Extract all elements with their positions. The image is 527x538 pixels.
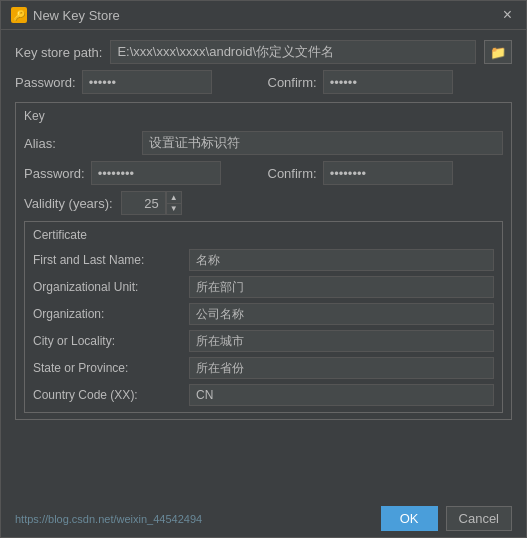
password-label: Password: (15, 75, 76, 90)
main-content: Key store path: 📁 Password: Confirm: Key… (1, 30, 526, 500)
key-password-input[interactable] (91, 161, 221, 185)
new-keystore-dialog: 🔑 New Key Store × Key store path: 📁 Pass… (0, 0, 527, 538)
country-row: Country Code (XX): (33, 384, 494, 406)
org-unit-label: Organizational Unit: (33, 280, 181, 294)
password-input[interactable] (82, 70, 212, 94)
certificate-section: Certificate First and Last Name: Organiz… (24, 221, 503, 413)
alias-input[interactable] (142, 131, 503, 155)
key-confirm-input[interactable] (323, 161, 453, 185)
first-last-input[interactable] (189, 249, 494, 271)
certificate-label: Certificate (33, 228, 494, 242)
alias-label: Alias: (24, 136, 134, 151)
button-group: OK Cancel (381, 506, 512, 531)
spin-down-button[interactable]: ▼ (166, 203, 182, 215)
window-title: New Key Store (33, 8, 120, 23)
keystore-path-input[interactable] (110, 40, 476, 64)
first-last-label: First and Last Name: (33, 253, 181, 267)
cancel-button[interactable]: Cancel (446, 506, 512, 531)
org-label: Organization: (33, 307, 181, 321)
key-confirm-half: Confirm: (268, 161, 504, 185)
password-half: Password: (15, 70, 260, 94)
validity-row: Validity (years): ▲ ▼ (24, 191, 503, 215)
folder-icon: 📁 (490, 45, 506, 60)
org-input[interactable] (189, 303, 494, 325)
browse-button[interactable]: 📁 (484, 40, 512, 64)
bottom-bar: https://blog.csdn.net/weixin_44542494 OK… (1, 500, 526, 537)
org-unit-input[interactable] (189, 276, 494, 298)
city-input[interactable] (189, 330, 494, 352)
org-row: Organization: (33, 303, 494, 325)
key-section-label: Key (24, 109, 503, 123)
title-bar: 🔑 New Key Store × (1, 1, 526, 30)
country-input[interactable] (189, 384, 494, 406)
close-button[interactable]: × (499, 7, 516, 23)
confirm-input[interactable] (323, 70, 453, 94)
ok-button[interactable]: OK (381, 506, 438, 531)
state-row: State or Province: (33, 357, 494, 379)
city-label: City or Locality: (33, 334, 181, 348)
key-confirm-label: Confirm: (268, 166, 317, 181)
validity-input[interactable] (121, 191, 166, 215)
footer-url: https://blog.csdn.net/weixin_44542494 (15, 513, 202, 525)
key-section: Key Alias: Password: Confirm: Validity (15, 102, 512, 420)
keystore-path-label: Key store path: (15, 45, 102, 60)
spin-up-button[interactable]: ▲ (166, 191, 182, 203)
confirm-half: Confirm: (268, 70, 513, 94)
keystore-path-row: Key store path: 📁 (15, 40, 512, 64)
state-input[interactable] (189, 357, 494, 379)
spinner-buttons: ▲ ▼ (166, 191, 182, 215)
validity-spinner: ▲ ▼ (121, 191, 182, 215)
key-password-half: Password: (24, 161, 260, 185)
org-unit-row: Organizational Unit: (33, 276, 494, 298)
top-password-section: Password: Confirm: (15, 70, 512, 94)
validity-label: Validity (years): (24, 196, 113, 211)
first-last-row: First and Last Name: (33, 249, 494, 271)
state-label: State or Province: (33, 361, 181, 375)
country-label: Country Code (XX): (33, 388, 181, 402)
confirm-label: Confirm: (268, 75, 317, 90)
city-row: City or Locality: (33, 330, 494, 352)
title-left: 🔑 New Key Store (11, 7, 120, 23)
alias-row: Alias: (24, 131, 503, 155)
key-password-section: Password: Confirm: (24, 161, 503, 185)
window-icon: 🔑 (11, 7, 27, 23)
key-password-label: Password: (24, 166, 85, 181)
